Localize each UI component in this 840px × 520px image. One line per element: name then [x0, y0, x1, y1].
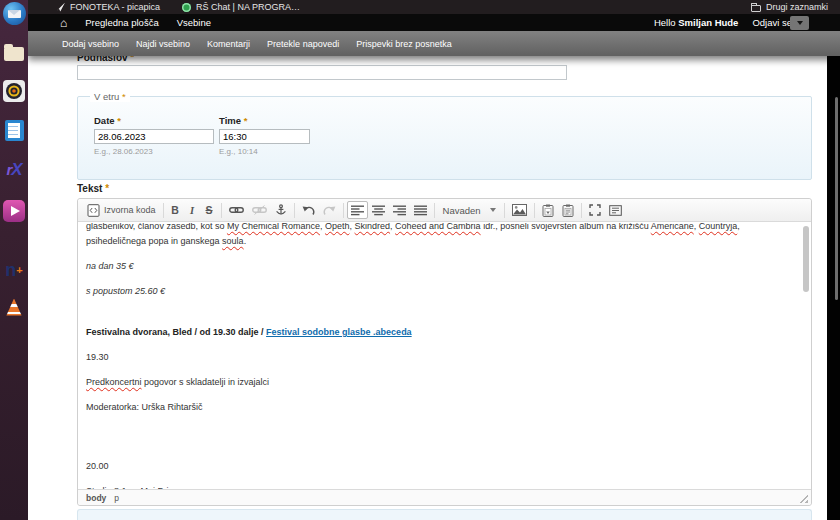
vlc-icon[interactable]: [2, 295, 26, 319]
paste-from-word-icon: [562, 204, 574, 217]
editor-toolbar: Izvorna koda B I S: [78, 199, 811, 222]
resize-grip[interactable]: [798, 493, 808, 503]
date-help-text: E.g., 28.06.2023: [94, 147, 214, 156]
home-icon[interactable]: ⌂: [60, 18, 67, 28]
bold-button[interactable]: B: [167, 201, 184, 219]
maximize-button[interactable]: [585, 201, 605, 219]
admin-link-content[interactable]: Vsebine: [177, 17, 211, 28]
redo-icon: [323, 205, 336, 216]
image-icon: [512, 204, 527, 216]
required-marker: *: [122, 91, 126, 102]
time-label-text: Time: [219, 115, 241, 126]
subtitle-input[interactable]: [77, 65, 567, 80]
editor-paragraph: glasbenikov, članov zasedb, kot so My Ch…: [86, 223, 803, 232]
align-center-button[interactable]: [368, 201, 389, 219]
chevron-down-icon: [490, 208, 496, 212]
rx-app-icon[interactable]: rX: [2, 158, 26, 182]
text-run: Skindred: [355, 223, 391, 231]
strikethrough-button[interactable]: S: [201, 201, 218, 219]
align-justify-button[interactable]: [410, 201, 431, 219]
text-run: soula: [222, 236, 244, 246]
music-player-icon[interactable]: [2, 79, 26, 103]
n-plus-logo-icon: n+: [5, 261, 22, 279]
user-name: Smiljan Hude: [678, 17, 738, 28]
link-button[interactable]: [225, 201, 248, 219]
subtitle-label: Podnaslov *: [77, 56, 134, 63]
text-run: Countryja: [699, 223, 738, 231]
align-left-icon: [351, 205, 364, 216]
format-value: Navaden: [443, 205, 481, 216]
body-label-text: Tekst: [77, 183, 102, 194]
other-bookmarks-button[interactable]: Drugi zaznamki: [751, 2, 828, 12]
maximize-icon: [589, 204, 601, 216]
tab-fonoteka[interactable]: FONOTEKA - picapica: [56, 2, 160, 12]
n-plus-app-icon[interactable]: n+: [2, 258, 26, 282]
date-input[interactable]: [94, 129, 214, 144]
folder-icon: [4, 47, 24, 61]
date-label: Date *: [94, 115, 214, 126]
shortcut-comments[interactable]: Komentarji: [207, 39, 250, 49]
document-icon: [5, 120, 24, 141]
chat-favicon-icon: [182, 3, 191, 12]
page-content: Podnaslov * V etru * Date * E.g., 28.06.…: [28, 56, 827, 520]
align-justify-icon: [414, 205, 427, 216]
redo-button[interactable]: [319, 201, 340, 219]
shortcut-past-announcements[interactable]: Pretekle napovedi: [267, 39, 339, 49]
time-help-text: E.g., 10:14: [219, 147, 310, 156]
editor-scrollbar-thumb[interactable]: [803, 226, 809, 292]
text-run: s popustom 25.60 €: [86, 286, 165, 296]
italic-button[interactable]: I: [184, 201, 201, 219]
paste-button[interactable]: [538, 201, 558, 219]
shortcut-bar: Dodaj vsebino Najdi vsebino Komentarji P…: [28, 31, 840, 56]
text-run: idr., posneli svojevrsten album na križi…: [481, 223, 651, 231]
text-run: Moderatorka: Urška Rihtaršič: [86, 402, 203, 412]
shortcut-find-content[interactable]: Najdi vsebino: [136, 39, 190, 49]
shortcut-posts-without-recording[interactable]: Prispevki brez posnetka: [356, 39, 452, 49]
bold-icon: B: [171, 204, 179, 216]
time-input[interactable]: [219, 129, 310, 144]
wysiwyg-editor: Izvorna koda B I S: [77, 198, 812, 506]
align-left-button[interactable]: [347, 201, 368, 219]
browser-scrollbar-thumb[interactable]: [835, 97, 838, 300]
admin-menu-toggle-button[interactable]: [790, 16, 809, 30]
paste-from-word-button[interactable]: [558, 201, 578, 219]
required-marker: *: [105, 183, 109, 194]
editor-paragraph: Predkoncertni pogovor s skladatelji in i…: [86, 377, 803, 388]
unlink-icon: [252, 205, 267, 215]
document-app-icon[interactable]: [2, 118, 26, 142]
anchor-button[interactable]: [271, 201, 291, 219]
date-field: Date * E.g., 28.06.2023: [94, 115, 214, 156]
text-run: psihedeličnega popa in ganskega: [86, 236, 222, 246]
editor-paragraph: na dan 35 €: [86, 261, 803, 272]
editor-link[interactable]: Festival sodobne glasbe .abeceda: [266, 327, 412, 337]
italic-icon: I: [190, 205, 194, 216]
editor-content[interactable]: glasbenikov, članov zasedb, kot so My Ch…: [79, 223, 810, 489]
unlink-button[interactable]: [248, 201, 271, 219]
admin-link-dashboard[interactable]: Pregledna plošča: [85, 17, 158, 28]
thunderbird-icon[interactable]: [2, 1, 26, 25]
element-path-body[interactable]: body: [86, 493, 106, 503]
element-path-p[interactable]: p: [114, 493, 119, 503]
undo-button[interactable]: [298, 201, 319, 219]
browser-tab-bar: FONOTEKA - picapica RŠ Chat | NA PROGRA……: [28, 0, 840, 14]
image-button[interactable]: [508, 201, 531, 219]
video-player-icon[interactable]: [2, 199, 26, 223]
logout-link[interactable]: Odjavi se: [752, 17, 792, 28]
greeting-text: Hello: [654, 17, 676, 28]
shortcut-add-content[interactable]: Dodaj vsebino: [62, 39, 119, 49]
paragraph-format-select[interactable]: Navaden: [438, 205, 501, 216]
body-text-label: Tekst *: [77, 183, 109, 194]
editor-paragraph: 20.00: [86, 461, 803, 472]
source-button[interactable]: Izvorna koda: [83, 201, 160, 219]
envelope-icon: [3, 2, 26, 25]
fieldset-legend: V etru *: [90, 91, 130, 102]
tab-rs-chat[interactable]: RŠ Chat | NA PROGRA…: [182, 2, 300, 12]
align-right-button[interactable]: [389, 201, 410, 219]
link-icon: [229, 205, 244, 215]
show-blocks-button[interactable]: [605, 201, 626, 219]
show-blocks-icon: [609, 205, 622, 216]
strikethrough-icon: S: [206, 204, 213, 216]
on-air-fieldset: V etru * Date * E.g., 28.06.2023 Time * …: [77, 96, 812, 180]
file-manager-icon[interactable]: [2, 40, 26, 64]
text-run: pogovor s skladatelji in izvajalci: [142, 377, 270, 387]
